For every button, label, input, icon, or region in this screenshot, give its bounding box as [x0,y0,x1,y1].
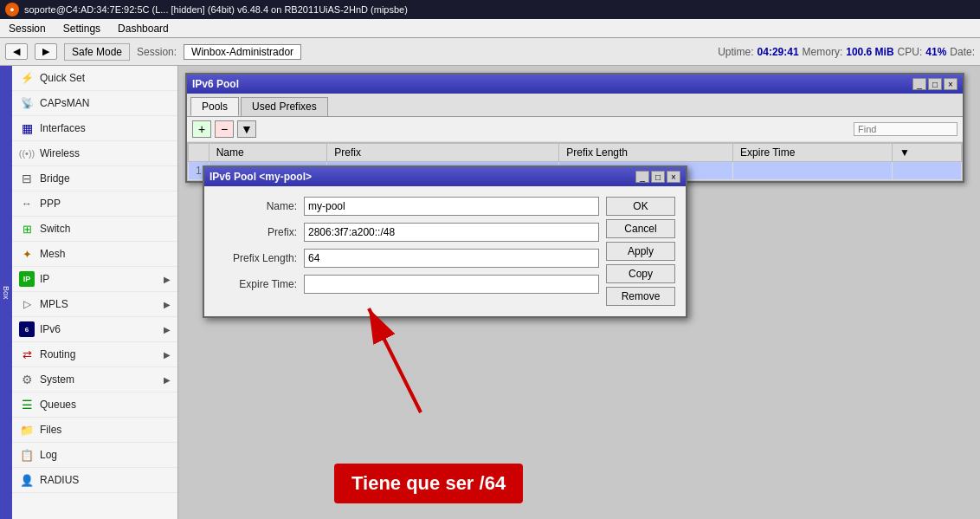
ipv6-pool-title: IPv6 Pool [192,78,239,90]
sidebar-item-system[interactable]: ⚙ System ▶ [12,367,177,392]
prefix-length-input[interactable] [304,249,599,268]
ipv6-pool-minimize-button[interactable]: _ [912,78,926,90]
menu-settings[interactable]: Settings [58,22,106,36]
sidebar-label-bridge: Bridge [40,172,171,185]
ipv6-icon: 6 [19,321,35,337]
menu-session[interactable]: Session [3,22,51,36]
ipv6-pool-tabs: Pools Used Prefixes [187,94,963,117]
forward-button[interactable]: ▶ [35,43,57,60]
cpu-label: CPU: [898,46,923,58]
ppp-icon: ↔ [19,196,35,211]
sidebar-item-ip[interactable]: IP IP ▶ [12,267,177,292]
content-area: IPv6 Pool _ □ × Pools Used Prefixes + − … [178,66,980,519]
tab-used-prefixes[interactable]: Used Prefixes [241,97,328,116]
cancel-button[interactable]: Cancel [606,219,675,238]
memory-label: Memory: [803,46,843,58]
dialog-title: IPv6 Pool <my-pool> [210,171,312,183]
memory-value: 100.6 MiB [846,46,893,58]
wireless-icon: ((•)) [19,146,35,161]
routing-icon: ⇄ [19,347,35,362]
pool-toolbar: + − ▼ [187,117,963,142]
sidebar-item-wireless[interactable]: ((•)) Wireless [12,141,177,166]
sidebar-label-files: Files [40,424,171,436]
sidebar-item-queues[interactable]: ☰ Queues [12,392,177,418]
sidebar-item-quick-set[interactable]: ⚡ Quick Set [12,66,177,91]
copy-button[interactable]: Copy [606,264,675,283]
system-icon: ⚙ [19,372,35,387]
name-row: Name: [215,197,599,216]
col-name: Name [209,144,327,162]
sidebar-item-mesh[interactable]: ✦ Mesh [12,242,177,267]
sidebar-item-ppp[interactable]: ↔ PPP [12,191,177,217]
mpls-arrow-icon: ▶ [164,300,171,309]
safe-mode-label: Safe Mode [64,43,130,61]
annotation-container: Tiene que ser /64 [334,464,523,503]
dialog-minimize-button[interactable]: _ [635,171,649,183]
ipv6-pool-title-bar: IPv6 Pool _ □ × [187,75,963,94]
sidebar-label-ip: IP [40,273,158,285]
sidebar-label-quick-set: Quick Set [40,72,171,84]
winbox-label: Box [0,66,12,519]
name-input[interactable] [304,197,599,216]
sidebar: ⚡ Quick Set 📡 CAPsMAN ▦ Interfaces ((•))… [12,66,178,519]
sidebar-label-ipv6: IPv6 [40,323,158,335]
menu-dashboard[interactable]: Dashboard [113,22,174,36]
sidebar-item-switch[interactable]: ⊞ Switch [12,217,177,242]
prefix-label: Prefix: [215,226,297,238]
ok-button[interactable]: OK [606,197,675,216]
mpls-icon: ▷ [19,296,35,312]
col-dropdown[interactable]: ▼ [893,144,962,162]
name-label: Name: [215,200,297,212]
sidebar-item-interfaces[interactable]: ▦ Interfaces [12,116,177,141]
date-label: Date: [950,46,975,58]
sidebar-item-files[interactable]: 📁 Files [12,418,177,443]
expire-time-input[interactable] [304,275,599,294]
toolbar: ◀ ▶ Safe Mode Session: Winbox-Administra… [0,38,980,66]
switch-icon: ⊞ [19,221,35,237]
dialog-maximize-button[interactable]: □ [651,171,665,183]
dialog-title-bar: IPv6 Pool <my-pool> _ □ × [204,167,686,186]
sidebar-item-mpls[interactable]: ▷ MPLS ▶ [12,292,177,317]
back-button[interactable]: ◀ [5,43,28,60]
capsman-icon: 📡 [19,95,35,111]
sidebar-label-switch: Switch [40,223,171,235]
ipv6-pool-close-button[interactable]: × [944,78,957,90]
col-dropdown-icon: ▼ [899,146,910,159]
bridge-icon: ⊟ [19,171,35,186]
tab-pools[interactable]: Pools [190,97,239,116]
sidebar-label-radius: RADIUS [40,474,171,486]
sidebar-label-interfaces: Interfaces [40,122,171,134]
dialog-form: Name: Prefix: Prefix Length: Expire Time… [215,197,599,306]
dialog-window-controls: _ □ × [635,171,680,183]
apply-button[interactable]: Apply [606,242,675,261]
sidebar-label-routing: Routing [40,348,158,360]
sidebar-label-ppp: PPP [40,198,171,210]
sidebar-item-log[interactable]: 📋 Log [12,443,177,468]
remove-button[interactable]: Remove [606,287,675,306]
sidebar-item-routing[interactable]: ⇄ Routing ▶ [12,342,177,367]
find-input[interactable] [854,122,957,136]
add-pool-button[interactable]: + [192,120,211,138]
quick-set-icon: ⚡ [19,70,35,86]
dialog-close-button[interactable]: × [667,171,680,183]
col-prefix-length: Prefix Length [559,144,733,162]
sidebar-item-ipv6[interactable]: 6 IPv6 ▶ [12,317,177,342]
menu-bar: Session Settings Dashboard [0,19,980,38]
sidebar-item-bridge[interactable]: ⊟ Bridge [12,166,177,191]
dialog-body: Name: Prefix: Prefix Length: Expire Time… [204,186,686,316]
title-bar-text: soporte@C4:AD:34:7E:92:5C (L... [hidden]… [24,4,975,15]
prefix-input[interactable] [304,223,599,242]
uptime-value: 04:29:41 [758,46,799,58]
filter-button[interactable]: ▼ [237,120,256,138]
remove-pool-button[interactable]: − [215,120,234,138]
system-arrow-icon: ▶ [164,375,171,385]
sidebar-label-system: System [40,373,158,386]
ipv6-arrow-icon: ▶ [164,325,171,334]
sidebar-item-capsman[interactable]: 📡 CAPsMAN [12,91,177,116]
ipv6-pool-maximize-button[interactable]: □ [928,78,942,90]
sidebar-item-radius[interactable]: 👤 RADIUS [12,468,177,493]
expire-time-row: Expire Time: [215,275,599,294]
sidebar-label-mesh: Mesh [40,248,171,260]
session-label: Session: [137,46,177,58]
log-icon: 📋 [19,447,35,463]
